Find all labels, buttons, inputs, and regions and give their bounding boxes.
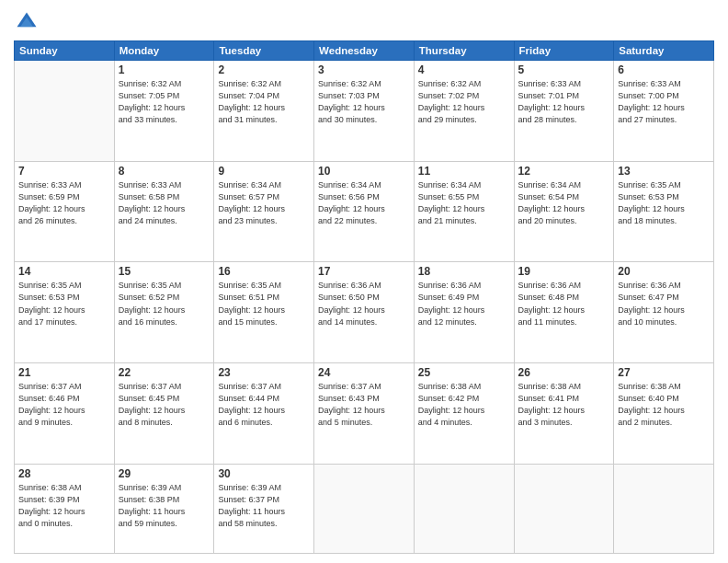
day-header-sunday: Sunday [15,41,115,61]
day-header-saturday: Saturday [614,41,714,61]
day-number: 21 [18,366,110,379]
day-info: Sunrise: 6:33 AM Sunset: 7:01 PM Dayligh… [518,78,610,126]
calendar-cell: 7Sunrise: 6:33 AM Sunset: 6:59 PM Daylig… [15,161,115,262]
calendar-cell: 26Sunrise: 6:38 AM Sunset: 6:41 PM Dayli… [514,363,614,465]
day-number: 27 [618,366,710,379]
calendar-cell: 3Sunrise: 6:32 AM Sunset: 7:03 PM Daylig… [314,61,415,162]
day-number: 29 [119,467,210,480]
calendar-cell [514,464,614,553]
day-number: 28 [18,467,110,480]
day-number: 6 [618,63,710,76]
calendar-cell: 17Sunrise: 6:36 AM Sunset: 6:50 PM Dayli… [314,262,415,363]
day-info: Sunrise: 6:35 AM Sunset: 6:52 PM Dayligh… [119,280,210,327]
day-info: Sunrise: 6:34 AM Sunset: 6:55 PM Dayligh… [418,179,510,227]
calendar-cell [614,464,714,553]
day-number: 22 [119,366,210,379]
day-info: Sunrise: 6:32 AM Sunset: 7:03 PM Dayligh… [318,78,410,126]
day-info: Sunrise: 6:37 AM Sunset: 6:44 PM Dayligh… [218,381,310,429]
day-number: 17 [318,265,410,278]
calendar-cell: 12Sunrise: 6:34 AM Sunset: 6:54 PM Dayli… [514,161,614,262]
day-number: 9 [218,165,310,178]
day-info: Sunrise: 6:36 AM Sunset: 6:47 PM Dayligh… [618,280,710,327]
day-number: 7 [18,165,110,178]
day-number: 16 [218,265,310,278]
day-info: Sunrise: 6:33 AM Sunset: 7:00 PM Dayligh… [618,78,710,126]
day-number: 13 [618,165,710,178]
calendar-cell [314,464,415,553]
day-number: 15 [119,265,210,278]
day-number: 3 [318,63,410,76]
calendar-cell: 16Sunrise: 6:35 AM Sunset: 6:51 PM Dayli… [214,262,314,363]
page: SundayMondayTuesdayWednesdayThursdayFrid… [0,0,728,563]
calendar-cell: 8Sunrise: 6:33 AM Sunset: 6:58 PM Daylig… [114,161,214,262]
day-info: Sunrise: 6:32 AM Sunset: 7:05 PM Dayligh… [119,78,210,126]
logo [14,9,43,35]
day-info: Sunrise: 6:38 AM Sunset: 6:39 PM Dayligh… [18,482,110,530]
calendar-cell [15,61,115,162]
day-number: 1 [119,63,210,76]
day-info: Sunrise: 6:37 AM Sunset: 6:43 PM Dayligh… [318,381,410,429]
day-info: Sunrise: 6:36 AM Sunset: 6:50 PM Dayligh… [318,280,410,327]
day-number: 10 [318,165,410,178]
day-number: 14 [18,265,110,278]
day-number: 2 [218,63,310,76]
header [14,9,714,35]
day-info: Sunrise: 6:33 AM Sunset: 6:59 PM Dayligh… [18,179,110,227]
day-info: Sunrise: 6:39 AM Sunset: 6:37 PM Dayligh… [218,482,310,530]
calendar-cell: 28Sunrise: 6:38 AM Sunset: 6:39 PM Dayli… [15,464,115,553]
day-info: Sunrise: 6:37 AM Sunset: 6:46 PM Dayligh… [18,381,110,429]
calendar-cell: 25Sunrise: 6:38 AM Sunset: 6:42 PM Dayli… [414,363,514,465]
calendar-cell: 15Sunrise: 6:35 AM Sunset: 6:52 PM Dayli… [114,262,214,363]
day-number: 8 [119,165,210,178]
day-number: 20 [618,265,710,278]
calendar-cell: 19Sunrise: 6:36 AM Sunset: 6:48 PM Dayli… [514,262,614,363]
day-header-tuesday: Tuesday [214,41,314,61]
logo-icon [14,9,40,35]
day-number: 30 [218,467,310,480]
week-row-4: 28Sunrise: 6:38 AM Sunset: 6:39 PM Dayli… [15,464,714,553]
day-info: Sunrise: 6:35 AM Sunset: 6:53 PM Dayligh… [618,179,710,227]
calendar-cell: 11Sunrise: 6:34 AM Sunset: 6:55 PM Dayli… [414,161,514,262]
calendar-cell: 24Sunrise: 6:37 AM Sunset: 6:43 PM Dayli… [314,363,415,465]
day-info: Sunrise: 6:34 AM Sunset: 6:57 PM Dayligh… [218,179,310,227]
calendar-cell: 9Sunrise: 6:34 AM Sunset: 6:57 PM Daylig… [214,161,314,262]
day-number: 19 [518,265,610,278]
day-info: Sunrise: 6:32 AM Sunset: 7:04 PM Dayligh… [218,78,310,126]
day-header-wednesday: Wednesday [314,41,415,61]
day-info: Sunrise: 6:36 AM Sunset: 6:49 PM Dayligh… [418,280,510,327]
calendar-header-row: SundayMondayTuesdayWednesdayThursdayFrid… [15,41,714,61]
calendar-cell: 23Sunrise: 6:37 AM Sunset: 6:44 PM Dayli… [214,363,314,465]
calendar-cell: 13Sunrise: 6:35 AM Sunset: 6:53 PM Dayli… [614,161,714,262]
calendar-cell: 14Sunrise: 6:35 AM Sunset: 6:53 PM Dayli… [15,262,115,363]
calendar-cell: 4Sunrise: 6:32 AM Sunset: 7:02 PM Daylig… [414,61,514,162]
day-number: 26 [518,366,610,379]
day-info: Sunrise: 6:34 AM Sunset: 6:54 PM Dayligh… [518,179,610,227]
calendar-cell: 21Sunrise: 6:37 AM Sunset: 6:46 PM Dayli… [15,363,115,465]
day-number: 25 [418,366,510,379]
day-header-friday: Friday [514,41,614,61]
calendar-cell: 29Sunrise: 6:39 AM Sunset: 6:38 PM Dayli… [114,464,214,553]
day-info: Sunrise: 6:36 AM Sunset: 6:48 PM Dayligh… [518,280,610,327]
day-number: 24 [318,366,410,379]
calendar-cell: 5Sunrise: 6:33 AM Sunset: 7:01 PM Daylig… [514,61,614,162]
day-number: 4 [418,63,510,76]
day-number: 18 [418,265,510,278]
calendar-cell: 1Sunrise: 6:32 AM Sunset: 7:05 PM Daylig… [114,61,214,162]
calendar-cell: 22Sunrise: 6:37 AM Sunset: 6:45 PM Dayli… [114,363,214,465]
day-number: 5 [518,63,610,76]
week-row-0: 1Sunrise: 6:32 AM Sunset: 7:05 PM Daylig… [15,61,714,162]
calendar-cell: 6Sunrise: 6:33 AM Sunset: 7:00 PM Daylig… [614,61,714,162]
week-row-1: 7Sunrise: 6:33 AM Sunset: 6:59 PM Daylig… [15,161,714,262]
day-info: Sunrise: 6:35 AM Sunset: 6:51 PM Dayligh… [218,280,310,327]
week-row-2: 14Sunrise: 6:35 AM Sunset: 6:53 PM Dayli… [15,262,714,363]
calendar-table: SundayMondayTuesdayWednesdayThursdayFrid… [14,40,714,554]
day-number: 23 [218,366,310,379]
calendar-cell: 20Sunrise: 6:36 AM Sunset: 6:47 PM Dayli… [614,262,714,363]
day-info: Sunrise: 6:32 AM Sunset: 7:02 PM Dayligh… [418,78,510,126]
day-info: Sunrise: 6:38 AM Sunset: 6:41 PM Dayligh… [518,381,610,429]
day-info: Sunrise: 6:38 AM Sunset: 6:40 PM Dayligh… [618,381,710,429]
calendar-cell: 30Sunrise: 6:39 AM Sunset: 6:37 PM Dayli… [214,464,314,553]
calendar-cell [414,464,514,553]
day-info: Sunrise: 6:35 AM Sunset: 6:53 PM Dayligh… [18,280,110,327]
day-number: 12 [518,165,610,178]
